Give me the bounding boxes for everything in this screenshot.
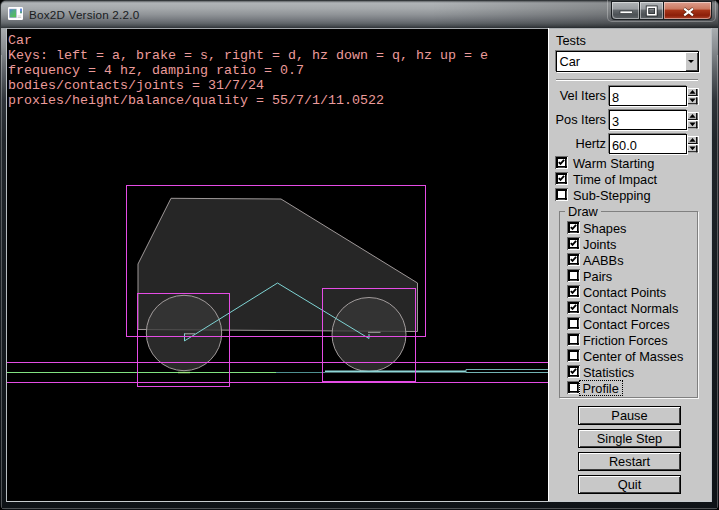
svg-text:proxies/height/balance/quality: proxies/height/balance/quality = 55/7/1/…	[8, 93, 384, 108]
svg-text:frequency = 4 hz, damping rati: frequency = 4 hz, damping ratio = 0.7	[8, 63, 304, 78]
svg-text:bodies/contacts/joints = 31/7/: bodies/contacts/joints = 31/7/24	[8, 78, 264, 93]
svg-text:Keys: left = a, brake = s, rig: Keys: left = a, brake = s, right = d, hz…	[8, 48, 488, 63]
svg-text:Car: Car	[8, 33, 32, 48]
